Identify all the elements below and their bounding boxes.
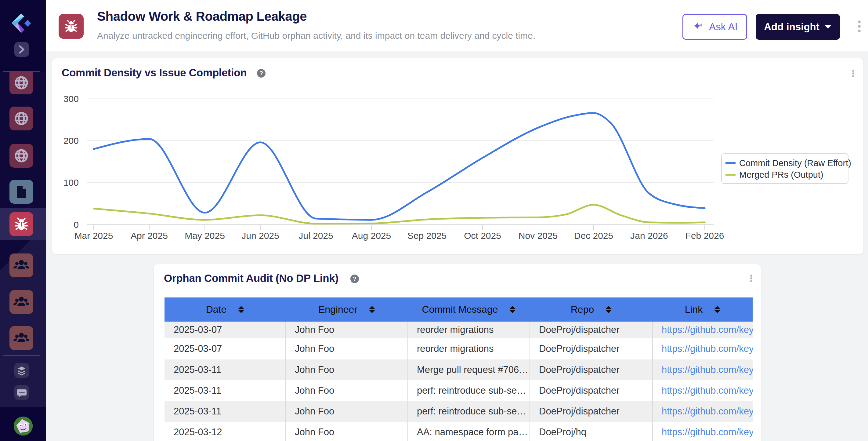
- svg-text:Feb 2026: Feb 2026: [685, 231, 724, 241]
- svg-text:Mar 2025: Mar 2025: [74, 231, 113, 241]
- svg-text:Aug 2025: Aug 2025: [352, 231, 391, 241]
- svg-text:Merged PRs (Output): Merged PRs (Output): [739, 170, 824, 180]
- svg-text:200: 200: [63, 136, 79, 146]
- svg-text:Sep 2025: Sep 2025: [407, 231, 446, 241]
- svg-text:300: 300: [63, 94, 79, 104]
- svg-text:Jan 2026: Jan 2026: [630, 231, 668, 241]
- svg-text:Dec 2025: Dec 2025: [574, 231, 613, 241]
- svg-text:May 2025: May 2025: [185, 231, 225, 241]
- svg-text:Jun 2025: Jun 2025: [241, 231, 279, 241]
- svg-text:Commit Density (Raw Effort): Commit Density (Raw Effort): [739, 158, 851, 168]
- svg-text:Apr 2025: Apr 2025: [131, 231, 168, 241]
- svg-text:Oct 2025: Oct 2025: [464, 231, 501, 241]
- svg-text:Nov 2025: Nov 2025: [519, 231, 558, 241]
- svg-text:0: 0: [73, 219, 79, 230]
- svg-text:100: 100: [63, 177, 79, 187]
- svg-text:Jul 2025: Jul 2025: [299, 231, 333, 241]
